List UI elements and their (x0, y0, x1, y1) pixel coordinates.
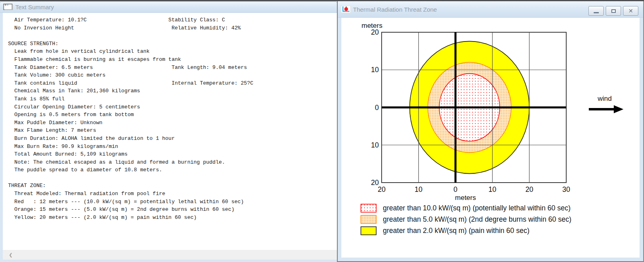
legend-item-red: greater than 10.0 kW/(sq m) (potentially… (360, 204, 571, 213)
wind-label: wind (597, 95, 612, 102)
minimize-icon (594, 12, 599, 13)
orange-zone-swatch (360, 215, 377, 224)
wind-arrow-head (614, 105, 623, 113)
legend-label: greater than 5.0 kW/(sq m) (2nd degree b… (383, 215, 571, 224)
close-button[interactable]: ✕ (623, 6, 638, 16)
threat-zone-window: Thermal Radiation Threat Zone ✕ (337, 1, 644, 262)
y-tick-label: 10 (371, 141, 379, 149)
legend-label: greater than 2.0 kW/(sq m) (pain within … (383, 227, 530, 235)
threat-zone-content: meters 20100102030201001020 meters wind … (341, 18, 640, 258)
horizontal-scrollbar[interactable]: ❮ (3, 250, 337, 260)
red-zone-swatch (360, 204, 377, 213)
screen-top-edge (0, 0, 644, 1)
x-tick-label: 10 (415, 185, 423, 193)
close-icon: ✕ (628, 8, 633, 14)
text-summary-window: "' Text Summary Air Temperature: 10.1?C … (0, 1, 337, 262)
x-tick-label: 10 (488, 185, 497, 193)
x-tick-label: 30 (562, 185, 570, 193)
desktop-screen: "' Text Summary Air Temperature: 10.1?C … (0, 0, 644, 262)
x-tick-label: 20 (526, 185, 534, 193)
window-frame-bottom (0, 260, 337, 262)
legend-item-orange: greater than 5.0 kW/(sq m) (2nd degree b… (360, 215, 571, 224)
threat-plot-icon (341, 6, 351, 13)
threat-zone-titlebar[interactable]: Thermal Radiation Threat Zone ✕ (338, 1, 643, 18)
minimize-button[interactable] (588, 6, 604, 16)
threat-zone-legend: greater than 10.0 kW/(sq m) (potentially… (360, 204, 571, 235)
y-tick-label: 20 (371, 179, 379, 187)
text-summary-content: Air Temperature: 10.1?C Stability Class:… (3, 13, 337, 251)
window-title: Thermal Radiation Threat Zone (353, 6, 437, 13)
window-controls: ✕ (588, 6, 638, 16)
scroll-left-icon[interactable]: ❮ (9, 252, 12, 258)
legend-item-yellow: greater than 2.0 kW/(sq m) (pain within … (360, 226, 571, 235)
legend-label: greater than 10.0 kW/(sq m) (potentially… (383, 204, 571, 212)
text-summary-titlebar[interactable]: "' Text Summary (0, 1, 337, 13)
y-tick-label: 10 (371, 66, 379, 74)
x-tick-label: 20 (378, 185, 386, 193)
maximize-button[interactable] (606, 6, 621, 16)
y-tick-label: 20 (371, 28, 379, 36)
y-tick-label: 0 (375, 104, 379, 112)
restore-icon (611, 9, 616, 13)
wind-indicator: wind (589, 95, 623, 113)
x-tick-label: 0 (453, 185, 457, 193)
yellow-zone-swatch (360, 226, 377, 235)
svg-text:"': "' (4, 4, 9, 8)
summary-text: Air Temperature: 10.1?C Stability Class:… (8, 16, 337, 221)
window-title: Text Summary (15, 4, 54, 10)
text-summary-icon: "' (3, 4, 13, 10)
x-axis-title: meters (455, 194, 476, 202)
